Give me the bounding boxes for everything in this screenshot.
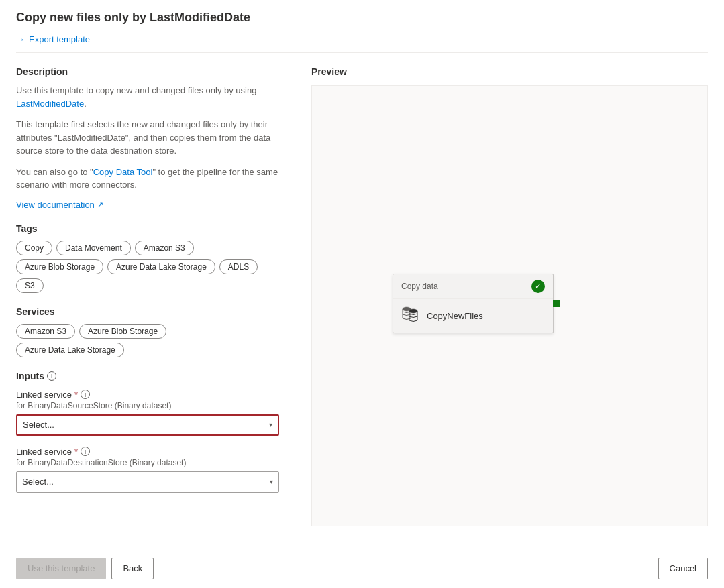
pipeline-node: Copy data ✓ — [393, 274, 554, 333]
tag-s3: S3 — [16, 278, 44, 293]
description-para-1: Use this template to copy new and change… — [16, 84, 279, 110]
node-name: CopyNewFiles — [427, 311, 483, 321]
view-doc-label: View documentation — [16, 200, 95, 210]
export-template-link[interactable]: → Export template — [16, 32, 708, 47]
node-database-icon — [401, 306, 420, 326]
service-amazon-s3: Amazon S3 — [16, 324, 75, 339]
export-template-label: Export template — [29, 34, 90, 44]
node-body: CopyNewFiles — [393, 299, 553, 333]
node-header: Copy data ✓ — [393, 274, 553, 299]
content-area: Description Use this template to copy ne… — [0, 53, 724, 548]
linked-service-dest-value: Select... — [22, 477, 54, 487]
services-row-1: Amazon S3 Azure Blob Storage — [16, 324, 279, 339]
services-section: Services Amazon S3 Azure Blob Storage Az… — [16, 306, 279, 357]
service-azure-data-lake: Azure Data Lake Storage — [16, 343, 124, 357]
inputs-info-icon[interactable]: i — [47, 371, 56, 381]
tag-data-movement: Data Movement — [56, 241, 131, 255]
required-marker-2: * — [74, 447, 78, 457]
right-panel: Preview Copy data ✓ — [295, 53, 724, 548]
page-container: Copy new files only by LastModifiedDate … — [0, 0, 724, 588]
services-row-2: Azure Data Lake Storage — [16, 343, 279, 357]
use-template-button[interactable]: Use this template — [16, 558, 106, 579]
linked-service-source-group: Linked service * i for BinaryDataSourceS… — [16, 390, 279, 436]
tags-row-3: S3 — [16, 278, 279, 293]
tags-section: Tags Copy Data Movement Amazon S3 Azure … — [16, 223, 279, 293]
linked-service-dest-info-icon[interactable]: i — [81, 447, 90, 456]
tags-row-2: Azure Blob Storage Azure Data Lake Stora… — [16, 259, 279, 274]
tags-row-1: Copy Data Movement Amazon S3 — [16, 241, 279, 255]
inputs-section: Inputs i Linked service * i for BinaryDa… — [16, 371, 279, 493]
linked-service-dest-label: Linked service * i — [16, 447, 279, 457]
node-check-icon: ✓ — [531, 280, 545, 293]
back-button[interactable]: Back — [111, 558, 154, 579]
linked-service-source-label: Linked service * i — [16, 390, 279, 400]
page-title: Copy new files only by LastModifiedDate — [16, 11, 708, 25]
left-panel: Description Use this template to copy ne… — [0, 53, 295, 548]
last-modified-link[interactable]: LastModifiedDate — [16, 99, 84, 109]
inputs-title: Inputs — [16, 371, 44, 381]
tag-amazon-s3: Amazon S3 — [135, 241, 194, 255]
external-link-icon: ↗ — [97, 200, 103, 209]
copy-data-tool-link[interactable]: Copy Data Tool — [93, 167, 153, 177]
linked-service-source-value: Select... — [23, 420, 54, 430]
export-arrow-icon: → — [16, 34, 25, 44]
tag-azure-data-lake: Azure Data Lake Storage — [107, 259, 215, 274]
services-title: Services — [16, 306, 279, 317]
node-header-title: Copy data — [401, 282, 438, 291]
tag-copy: Copy — [16, 241, 52, 255]
tag-adls: ADLS — [219, 259, 258, 274]
linked-service-dest-group: Linked service * i for BinaryDataDestina… — [16, 447, 279, 493]
linked-service-source-dropdown[interactable]: Select... ▾ — [16, 414, 279, 436]
service-azure-blob: Azure Blob Storage — [79, 324, 166, 339]
description-para-2: This template first selects the new and … — [16, 118, 279, 158]
svg-point-4 — [409, 309, 417, 313]
description-title: Description — [16, 66, 279, 77]
linked-service-dest-label-text: Linked service — [16, 447, 72, 457]
header: Copy new files only by LastModifiedDate … — [0, 0, 724, 52]
preview-label: Preview — [311, 66, 708, 77]
inputs-title-row: Inputs i — [16, 371, 279, 381]
view-documentation-link[interactable]: View documentation ↗ — [16, 200, 279, 210]
footer-left: Use this template Back — [16, 558, 154, 579]
linked-service-dest-sublabel: for BinaryDataDestinationStore (Binary d… — [16, 458, 279, 467]
tags-title: Tags — [16, 223, 279, 234]
preview-canvas: Copy data ✓ — [311, 85, 708, 526]
linked-service-source-sublabel: for BinaryDataSourceStore (Binary datase… — [16, 401, 279, 410]
required-marker-1: * — [74, 390, 78, 400]
node-connector — [553, 300, 560, 307]
linked-service-dest-chevron: ▾ — [270, 478, 273, 485]
linked-service-source-info-icon[interactable]: i — [81, 390, 90, 399]
footer: Use this template Back Cancel — [0, 548, 724, 588]
linked-service-dest-dropdown[interactable]: Select... ▾ — [16, 471, 279, 493]
linked-service-source-label-text: Linked service — [16, 390, 72, 400]
linked-service-source-chevron: ▾ — [269, 421, 272, 428]
tag-azure-blob: Azure Blob Storage — [16, 259, 103, 274]
cancel-button[interactable]: Cancel — [658, 558, 708, 579]
description-para-3: You can also go to "Copy Data Tool" to g… — [16, 166, 279, 192]
